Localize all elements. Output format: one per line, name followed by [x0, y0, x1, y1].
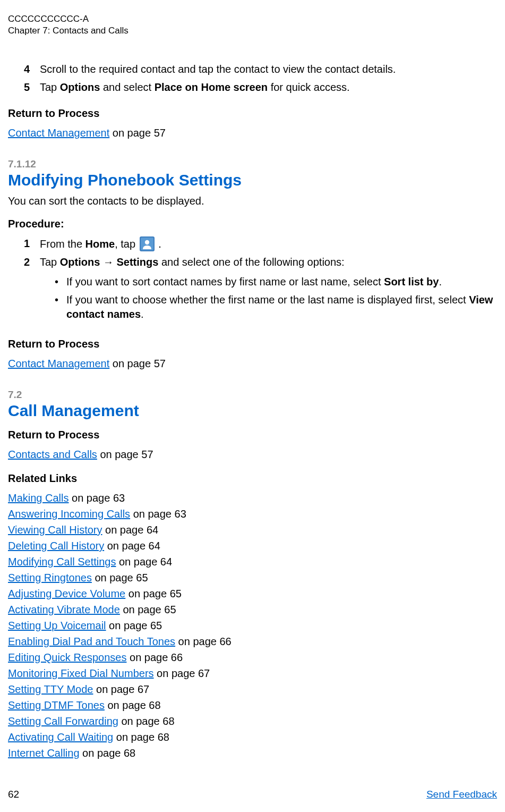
- section-description: You can sort the contacts to be displaye…: [8, 194, 497, 208]
- related-link[interactable]: Enabling Dial Pad and Touch Tones: [8, 636, 175, 647]
- related-link-line: Deleting Call History on page 64: [8, 539, 497, 553]
- bullet-text: If you want to sort contact names by fir…: [66, 275, 497, 289]
- bold-text: Sort list by: [384, 276, 439, 287]
- page-ref: on page 57: [109, 358, 166, 369]
- related-link-line: Viewing Call History on page 64: [8, 523, 497, 537]
- page-ref: on page 68: [105, 699, 161, 711]
- page-ref: on page 66: [175, 636, 232, 647]
- related-link[interactable]: Internet Calling: [8, 747, 80, 759]
- related-link-line: Answering Incoming Calls on page 63: [8, 507, 497, 521]
- page-ref: on page 64: [104, 540, 160, 552]
- step-number: 5: [24, 80, 40, 95]
- related-link-line: Adjusting Device Volume on page 65: [8, 587, 497, 601]
- page-ref: on page 66: [126, 652, 183, 663]
- chapter-title: Chapter 7: Contacts and Calls: [8, 25, 497, 37]
- page-ref: on page 68: [118, 715, 175, 727]
- related-link[interactable]: Activating Call Waiting: [8, 731, 113, 743]
- related-link[interactable]: Monitoring Fixed Dial Numbers: [8, 667, 154, 679]
- step-1: 1 From the Home, tap .: [24, 236, 497, 251]
- related-link-line: Enabling Dial Pad and Touch Tones on pag…: [8, 635, 497, 649]
- contact-management-link[interactable]: Contact Management: [8, 127, 109, 139]
- related-link[interactable]: Deleting Call History: [8, 540, 104, 552]
- related-link-line: Setting Call Forwarding on page 68: [8, 714, 497, 729]
- related-link-line: Editing Quick Responses on page 66: [8, 650, 497, 665]
- return-to-process-label: Return to Process: [8, 429, 497, 441]
- page-ref: on page 68: [80, 747, 136, 759]
- text-fragment: and select: [100, 81, 154, 93]
- page-ref: on page 67: [93, 683, 149, 695]
- page-ref: on page 57: [97, 449, 153, 460]
- bullet-item: • If you want to sort contact names by f…: [55, 275, 497, 289]
- page-ref: on page 67: [154, 667, 210, 679]
- section-number-7-2: 7.2: [8, 389, 497, 401]
- text-fragment: , tap: [115, 238, 138, 250]
- return-to-process-link-line: Contacts and Calls on page 57: [8, 447, 497, 462]
- step-number: 2: [24, 255, 40, 325]
- page-ref: on page 65: [106, 620, 162, 631]
- related-link-line: Setting Ringtones on page 65: [8, 571, 497, 585]
- step-text: Tap Options and select Place on Home scr…: [40, 80, 497, 95]
- bullet-text: If you want to choose whether the first …: [66, 293, 497, 322]
- text-fragment: .: [156, 238, 161, 250]
- page-number: 62: [8, 789, 19, 800]
- send-feedback-link[interactable]: Send Feedback: [426, 789, 497, 800]
- page-ref: on page 64: [116, 556, 172, 568]
- bullet-marker: •: [55, 275, 66, 289]
- return-to-process-link-line: Contact Management on page 57: [8, 357, 497, 371]
- page-ref: on page 63: [130, 508, 186, 520]
- doc-id: CCCCCCCCCCC-A: [8, 13, 497, 25]
- related-link-line: Setting Up Voicemail on page 65: [8, 619, 497, 633]
- related-link[interactable]: Setting Call Forwarding: [8, 715, 118, 727]
- related-link[interactable]: Setting DTMF Tones: [8, 699, 105, 711]
- text-fragment: .: [439, 276, 442, 287]
- return-to-process-label: Return to Process: [8, 338, 497, 350]
- page-ref: on page 64: [102, 524, 158, 536]
- page-ref: on page 65: [120, 604, 176, 615]
- related-link[interactable]: Modifying Call Settings: [8, 556, 116, 568]
- contacts-app-icon: [140, 236, 155, 251]
- page-ref: on page 68: [113, 731, 169, 743]
- related-links-list: Making Calls on page 63Answering Incomin…: [8, 491, 497, 760]
- bullet-item: • If you want to choose whether the firs…: [55, 293, 497, 322]
- related-links-label: Related Links: [8, 472, 497, 485]
- section-heading-call-management: Call Management: [8, 402, 497, 419]
- step-text: Tap Options → Settings and select one of…: [40, 255, 497, 325]
- related-link-line: Activating Vibrate Mode on page 65: [8, 603, 497, 617]
- contact-management-link[interactable]: Contact Management: [8, 358, 109, 369]
- text-fragment: If you want to sort contact names by fir…: [66, 276, 384, 287]
- contacts-and-calls-link[interactable]: Contacts and Calls: [8, 449, 97, 460]
- related-link-line: Setting TTY Mode on page 67: [8, 682, 497, 697]
- related-link[interactable]: Making Calls: [8, 492, 69, 504]
- return-to-process-link-line: Contact Management on page 57: [8, 126, 497, 140]
- step-number: 1: [24, 236, 40, 251]
- related-link[interactable]: Editing Quick Responses: [8, 652, 126, 663]
- related-link-line: Modifying Call Settings on page 64: [8, 555, 497, 569]
- text-fragment: and select one of the following options:: [158, 256, 344, 268]
- text-fragment: From the: [40, 238, 85, 250]
- related-link[interactable]: Setting TTY Mode: [8, 683, 93, 695]
- step-5: 5 Tap Options and select Place on Home s…: [24, 80, 497, 95]
- related-link[interactable]: Viewing Call History: [8, 524, 102, 536]
- related-link[interactable]: Activating Vibrate Mode: [8, 604, 120, 615]
- related-link-line: Setting DTMF Tones on page 68: [8, 698, 497, 713]
- bold-text: Options: [60, 256, 100, 268]
- bold-text: Place on Home screen: [155, 81, 268, 93]
- page-ref: on page 65: [125, 588, 182, 599]
- related-link-line: Making Calls on page 63: [8, 491, 497, 505]
- bold-text: Settings: [116, 256, 158, 268]
- procedure-label: Procedure:: [8, 218, 497, 230]
- arrow-text: →: [100, 256, 116, 268]
- text-fragment: Tap: [40, 81, 60, 93]
- section-number-7-1-12: 7.1.12: [8, 158, 497, 170]
- related-link[interactable]: Setting Up Voicemail: [8, 620, 106, 631]
- related-link[interactable]: Adjusting Device Volume: [8, 588, 125, 599]
- bold-text: Options: [60, 81, 100, 93]
- page-footer: 62 Send Feedback: [8, 789, 497, 800]
- step-4: 4 Scroll to the required contact and tap…: [24, 62, 497, 77]
- page-ref: on page 63: [69, 492, 125, 504]
- svg-point-2: [144, 240, 149, 244]
- related-link[interactable]: Setting Ringtones: [8, 572, 92, 583]
- bold-text: Home: [85, 238, 115, 250]
- related-link[interactable]: Answering Incoming Calls: [8, 508, 130, 520]
- section-heading-modifying-phonebook-settings: Modifying Phonebook Settings: [8, 171, 497, 189]
